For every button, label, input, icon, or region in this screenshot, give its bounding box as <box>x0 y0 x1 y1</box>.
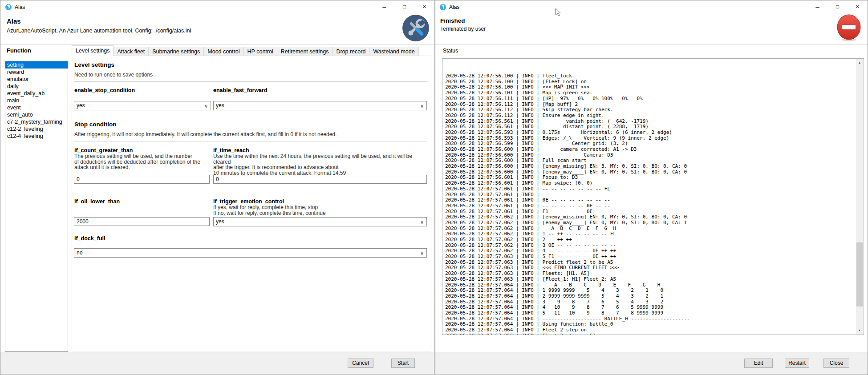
settings-tab[interactable]: Mood control <box>203 47 243 56</box>
status-group-label: Status <box>443 48 458 54</box>
log-line: 2020-05-28 12:07:56.101 | INFO | Map is … <box>445 90 690 96</box>
label-if-trigger-emotion-control: if_trigger_emotion_control <box>213 198 284 205</box>
label-enable-fast-forward: enable_fast_forward <box>213 87 268 93</box>
function-list-item[interactable]: reward <box>5 69 68 76</box>
function-list-item[interactable]: c7-2_mystery_farming <box>5 118 68 125</box>
close-window-button[interactable]: Close <box>823 359 849 368</box>
section-desc-level-settings: Need to run once to save options <box>74 72 153 78</box>
function-list-item[interactable]: semi_auto <box>5 111 68 118</box>
select-if-dock-full[interactable]: no ∨ <box>74 248 427 258</box>
section-desc-stop-condition: After triggering, it will not stop immed… <box>74 131 337 137</box>
titlebar: Alas – □ × <box>435 0 868 14</box>
alas-logo-icon <box>5 4 12 11</box>
settings-tab[interactable]: Wasteland mode <box>369 47 418 56</box>
minimize-button[interactable]: – <box>374 0 394 14</box>
input-if-count-greater-than[interactable] <box>74 175 210 184</box>
stop-sign-icon <box>836 14 861 42</box>
settings-tab[interactable]: Attack fleet <box>113 47 149 56</box>
edit-button[interactable]: Edit <box>744 359 773 368</box>
close-button[interactable]: × <box>414 0 434 14</box>
maximize-button[interactable]: □ <box>394 0 414 14</box>
function-list-items: settingrewardemulatordailyevent_daily_ab… <box>5 61 68 140</box>
restart-button[interactable]: Restart <box>785 359 809 368</box>
log-line: 2020-05-28 12:07:57.062 | INFO | [enemy_… <box>445 220 690 226</box>
log-line: 2020-05-28 12:07:56.601 | INFO | Map swi… <box>445 181 690 186</box>
log-line: 2020-05-28 12:07:56.593 | INFO | 0.175s … <box>445 130 690 136</box>
label-if-oil-lower-than: if_oil_lower_than <box>74 198 120 205</box>
page-title: Alas <box>7 17 21 25</box>
close-button[interactable]: × <box>848 0 868 14</box>
input-if-oil-lower-than[interactable] <box>74 217 210 226</box>
label-enable-stop-condition: enable_stop_condition <box>74 87 135 93</box>
separator <box>74 141 427 141</box>
desc-if-trigger-emotion-control: If yes, wait for reply, complete this ti… <box>213 205 427 216</box>
settings-tab[interactable]: Level settings <box>72 45 114 56</box>
scrollbar-thumb[interactable] <box>856 242 863 306</box>
settings-tab[interactable]: HP control <box>243 47 277 56</box>
function-list-item[interactable]: main <box>5 97 68 104</box>
select-value: no <box>77 250 82 256</box>
page-subtitle: AzurLaneAutoScript, An Azur Lane automat… <box>7 28 191 34</box>
footer-bar: Cancel Start <box>0 352 434 375</box>
log-line: 2020-05-28 12:07:57.063 | INFO | Fleets:… <box>445 271 690 277</box>
chevron-down-icon: ∨ <box>420 249 424 258</box>
settings-tab[interactable]: Drop record <box>332 47 369 56</box>
log-line: 2020-05-28 12:07:57.064 | INFO | 5 11 10… <box>445 310 690 316</box>
log-line: 2020-05-28 12:07:56.112 | INFO | Ensure … <box>445 113 690 119</box>
separator <box>74 81 427 82</box>
mouse-cursor-icon <box>555 8 561 19</box>
log-line: 2020-05-28 12:07:57.061 | INFO | -- -- -… <box>445 203 690 209</box>
function-list-item[interactable]: c12-4_leveling <box>5 133 68 140</box>
chevron-down-icon: ∨ <box>420 102 424 110</box>
scrollbar-up-icon[interactable]: ▴ <box>856 59 863 66</box>
section-title-stop-condition: Stop condition <box>74 121 116 128</box>
log-line: 2020-05-28 12:07:57.064 | INFO | Fleet 2… <box>445 327 690 333</box>
select-if-trigger-emotion-control[interactable]: yes ∨ <box>213 217 427 226</box>
log-output[interactable]: 2020-05-28 12:07:56.100 | INFO | fleet_l… <box>442 58 864 335</box>
function-list-item[interactable]: daily <box>5 83 68 90</box>
label-if-dock-full: if_dock_full <box>74 235 105 242</box>
log-line: 2020-05-28 12:07:57.063 | INFO | [Fleet_… <box>445 277 690 282</box>
header-divider <box>435 44 868 45</box>
footer-bar: Edit Restart Close <box>435 352 868 375</box>
tools-badge-icon <box>402 15 429 41</box>
screen: Alas – □ × Alas AzurLaneAutoScript, An A… <box>0 0 868 375</box>
select-enable-fast-forward[interactable]: yes ∨ <box>213 101 427 110</box>
select-value: yes <box>77 102 85 109</box>
label-if-count-greater-than: if_count_greater_than <box>74 147 133 153</box>
window-title: Alas <box>449 4 459 10</box>
function-list: settingrewardemulatordailyevent_daily_ab… <box>5 61 68 352</box>
log-scrollbar[interactable]: ▴ ▾ <box>856 59 863 334</box>
log-line: 2020-05-28 12:07:56.600 | INFO | camera … <box>445 147 690 153</box>
log-lines: 2020-05-28 12:07:56.100 | INFO | fleet_l… <box>445 58 690 335</box>
tabs: Level settingsAttack fleetSubmarine sett… <box>72 45 418 56</box>
section-title-level-settings: Level settings <box>74 61 114 68</box>
minimize-button[interactable]: – <box>807 0 827 14</box>
log-line: 2020-05-28 12:07:56.111 | INFO | [HP] 97… <box>445 96 690 102</box>
log-line: 2020-05-28 12:07:56.100 | INFO | fleet_l… <box>445 73 690 79</box>
start-button[interactable]: Start <box>391 359 415 368</box>
log-line: 2020-05-28 12:07:57.062 | INFO | 2 -- ++… <box>445 237 690 243</box>
maximize-button[interactable]: □ <box>827 0 848 14</box>
select-enable-stop-condition[interactable]: yes ∨ <box>74 101 211 110</box>
log-line: 2020-05-28 12:07:56.600 | INFO | [enemy_… <box>445 164 690 169</box>
function-list-item[interactable]: emulator <box>5 76 68 83</box>
settings-tab[interactable]: Retirement settings <box>277 47 333 56</box>
log-line: 2020-05-28 12:07:57.064 | INFO | 2 9999 … <box>445 294 690 299</box>
scrollbar-down-icon[interactable]: ▾ <box>856 327 863 334</box>
function-list-item[interactable]: event <box>5 104 68 111</box>
header-divider <box>0 44 434 45</box>
function-list-item[interactable]: setting <box>5 61 68 69</box>
settings-tab[interactable]: Submarine settings <box>148 47 204 56</box>
cancel-button[interactable]: Cancel <box>348 359 373 368</box>
function-list-item[interactable]: event_daily_ab <box>5 90 68 97</box>
settings-tabbar: Level settingsAttack fleetSubmarine sett… <box>72 45 418 56</box>
window-status: Alas – □ × Finished Terminated by user S… <box>435 0 868 375</box>
log-line: 2020-05-28 12:07:57.061 | INFO | -- -- -… <box>445 186 690 192</box>
select-value: yes <box>216 218 224 225</box>
input-if-time-reach[interactable] <box>213 175 427 184</box>
chevron-down-icon: ∨ <box>204 102 208 110</box>
log-line: 2020-05-28 12:07:57.066 | INFO | Fleet_2… <box>445 333 690 335</box>
function-list-item[interactable]: c12-2_leveling <box>5 125 68 133</box>
select-value: yes <box>216 102 224 109</box>
